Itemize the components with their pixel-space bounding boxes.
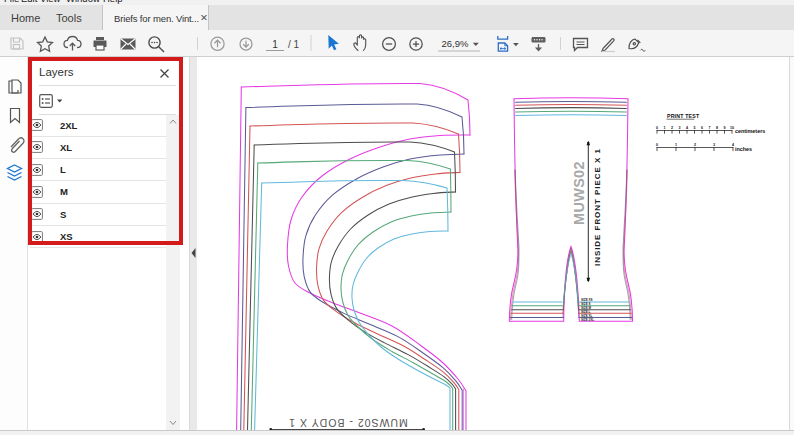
svg-text:2: 2 [671,126,673,130]
svg-text:9: 9 [724,126,726,130]
svg-text:3: 3 [679,126,681,130]
svg-text:centimeters: centimeters [735,128,765,134]
svg-text:7: 7 [709,126,711,130]
svg-text:2: 2 [694,143,696,147]
svg-text:1: 1 [664,126,666,130]
svg-text:10: 10 [730,126,734,130]
svg-text:SIZE 2XL: SIZE 2XL [581,318,594,322]
svg-text:INSIDE FRONT PIECE X 1: INSIDE FRONT PIECE X 1 [593,148,602,266]
svg-text:4: 4 [732,143,734,147]
svg-text:0: 0 [656,143,658,147]
svg-text:3: 3 [713,143,715,147]
svg-text:PRINT TEST: PRINT TEST [667,113,700,119]
svg-text:0: 0 [656,126,658,130]
svg-text:MUWS02 - BODY X 1: MUWS02 - BODY X 1 [288,417,408,429]
svg-text:4: 4 [686,126,688,130]
svg-text:5: 5 [694,126,696,130]
svg-text:inches: inches [735,146,752,152]
svg-text:6: 6 [701,126,703,130]
svg-text:1: 1 [675,143,677,147]
svg-text:8: 8 [716,126,718,130]
svg-text:MUWS02: MUWS02 [571,161,587,225]
